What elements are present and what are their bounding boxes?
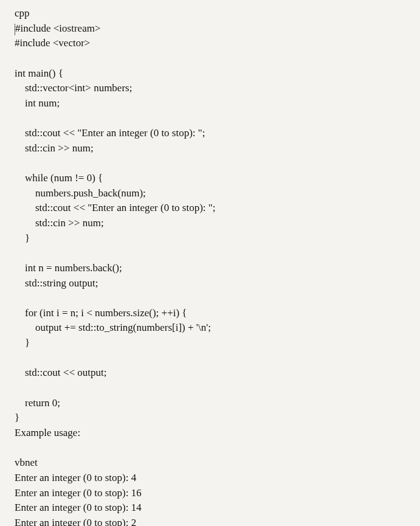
code-line: for (int i = n; i < numbers.size(); ++i)… [15, 307, 187, 319]
output-line: Enter an integer (0 to stop): 2 [15, 517, 136, 526]
code-line: while (num != 0) { [15, 172, 103, 184]
code-language-tag: cpp [15, 7, 30, 19]
code-line: int n = numbers.back(); [15, 262, 122, 274]
output-language-tag: vbnet [15, 457, 38, 468]
text-cursor [15, 24, 15, 35]
code-line: return 0; [15, 397, 60, 409]
code-line: std::cout << output; [15, 367, 106, 378]
output-line: Enter an integer (0 to stop): 16 [15, 487, 142, 499]
code-line: std::string output; [15, 277, 98, 289]
output-line: Enter an integer (0 to stop): 14 [15, 502, 142, 513]
code-line: #include <iostream> [15, 22, 101, 34]
code-line: } [15, 412, 19, 423]
code-line: } [15, 337, 30, 348]
code-line: std::cout << "Enter an integer (0 to sto… [15, 127, 205, 139]
output-line: Enter an integer (0 to stop): 4 [15, 472, 136, 483]
example-usage-label: Example usage: [15, 427, 80, 438]
code-line: std::vector<int> numbers; [15, 82, 132, 94]
code-line: int main() { [15, 67, 63, 79]
code-line: int num; [15, 97, 60, 109]
code-line: output += std::to_string(numbers[i]) + '… [15, 322, 211, 333]
code-line: std::cin >> num; [15, 217, 104, 229]
code-line: #include <vector> [15, 37, 90, 49]
document-page: cpp #include <iostream> #include <vector… [0, 0, 420, 526]
code-line: std::cout << "Enter an integer (0 to sto… [15, 202, 216, 213]
code-line: numbers.push_back(num); [15, 187, 146, 199]
code-line: } [15, 232, 30, 244]
code-line: std::cin >> num; [15, 142, 94, 154]
